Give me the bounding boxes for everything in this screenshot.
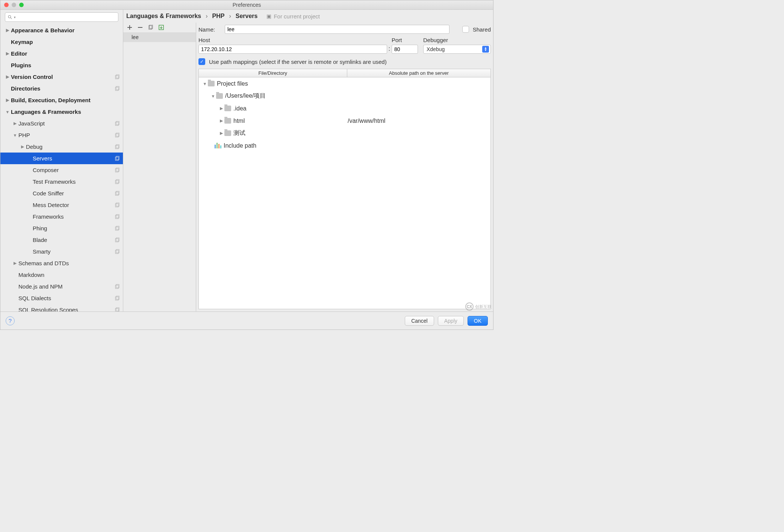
table-row[interactable]: ▼Project files	[199, 77, 490, 90]
tree-item[interactable]: ▼Languages & Frameworks	[0, 106, 123, 118]
shared-checkbox[interactable]	[462, 26, 469, 33]
expand-arrow-icon: ▶	[12, 261, 18, 266]
port-block: Port	[392, 37, 418, 54]
tree-item[interactable]: Servers	[0, 153, 123, 164]
tree-item[interactable]: ▶JavaScript	[0, 118, 123, 129]
minimize-window-button[interactable]	[12, 3, 16, 7]
tree-item-label: Node.js and NPM	[18, 283, 115, 290]
svg-rect-14	[115, 169, 118, 172]
expand-arrow-icon: ▶	[218, 118, 224, 123]
server-form: Name: Shared Host : Port	[196, 23, 493, 311]
tree-item[interactable]: ▶Debug	[0, 141, 123, 153]
expand-arrow-icon: ▼	[12, 133, 18, 138]
tree-item-label: Smarty	[33, 248, 115, 255]
tree-item-label: Blade	[33, 237, 115, 243]
tree-item[interactable]: Code Sniffer	[0, 187, 123, 199]
svg-rect-7	[116, 121, 119, 125]
svg-rect-10	[115, 145, 118, 149]
expand-arrow-icon: ▶	[4, 51, 11, 56]
th-file-directory[interactable]: File/Directory	[199, 69, 347, 77]
tree-item-label: Version Control	[11, 74, 115, 80]
tree-item[interactable]: SQL Resolution Scopes	[0, 304, 123, 311]
cancel-button[interactable]: Cancel	[405, 316, 434, 326]
tree-item[interactable]: ▶Editor	[0, 48, 123, 59]
svg-rect-6	[115, 122, 118, 125]
zoom-window-button[interactable]	[19, 3, 24, 7]
expand-arrow-icon: ▶	[12, 121, 18, 126]
crumb-level-2[interactable]: PHP	[212, 13, 225, 20]
copy-server-button[interactable]	[147, 24, 154, 31]
remove-server-button[interactable]	[137, 24, 144, 31]
settings-tree[interactable]: ▶Appearance & BehaviorKeymap▶EditorPlugi…	[0, 24, 123, 311]
absolute-path-cell[interactable]: /var/www/html	[346, 118, 490, 124]
debugger-select[interactable]: Xdebug ▲▼	[423, 45, 491, 54]
add-server-button[interactable]	[126, 24, 133, 31]
tree-item[interactable]: Phing	[0, 222, 123, 234]
shared-label: Shared	[473, 26, 491, 33]
th-absolute-path[interactable]: Absolute path on the server	[347, 69, 491, 77]
tree-item-label: Directories	[11, 85, 115, 92]
crumb-separator: ›	[203, 13, 210, 20]
svg-rect-19	[116, 191, 119, 195]
tree-item[interactable]: ▶Appearance & Behavior	[0, 24, 123, 36]
import-server-button[interactable]	[158, 24, 165, 31]
ok-button[interactable]: OK	[468, 316, 488, 326]
watermark-text: 创新互联	[475, 304, 492, 310]
crumb-separator: ›	[227, 13, 233, 20]
tree-item[interactable]: Composer	[0, 164, 123, 176]
search-icon	[8, 15, 12, 20]
tree-item[interactable]: Blade	[0, 234, 123, 246]
tree-item[interactable]: ▶Build, Execution, Deployment	[0, 94, 123, 106]
name-input[interactable]	[225, 25, 450, 34]
folder-icon	[216, 93, 223, 99]
apply-button[interactable]: Apply	[438, 316, 464, 326]
tree-item[interactable]: ▶Version Control	[0, 71, 123, 83]
svg-rect-27	[116, 238, 119, 241]
expand-arrow-icon: ▼	[210, 94, 216, 98]
svg-rect-21	[116, 203, 119, 206]
body: ▾ ▶Appearance & BehaviorKeymap▶EditorPlu…	[0, 10, 493, 311]
select-caret-icon: ▲▼	[482, 46, 489, 53]
table-row[interactable]: ▼/Users/lee/项目	[199, 90, 490, 102]
tree-item[interactable]: Markdown	[0, 269, 123, 281]
tree-item[interactable]: Smarty	[0, 246, 123, 257]
svg-rect-24	[115, 227, 118, 230]
tree-item-label: Servers	[33, 155, 115, 162]
table-row[interactable]: Include path	[199, 139, 490, 152]
svg-rect-9	[116, 133, 119, 136]
tree-item[interactable]: Node.js and NPM	[0, 281, 123, 292]
tree-item[interactable]: ▼PHP	[0, 129, 123, 141]
svg-rect-28	[115, 250, 118, 254]
search-caret-icon: ▾	[14, 15, 16, 19]
help-button[interactable]: ?	[6, 316, 15, 325]
tree-item-label: PHP	[18, 132, 115, 138]
svg-rect-3	[116, 75, 119, 78]
svg-rect-4	[115, 87, 118, 91]
tree-item[interactable]: Frameworks	[0, 211, 123, 222]
search-input[interactable]: ▾	[5, 12, 118, 22]
tree-item[interactable]: SQL Dialects	[0, 292, 123, 304]
tree-item-label: JavaScript	[18, 120, 115, 127]
server-list-item[interactable]: lee	[123, 32, 196, 42]
table-row[interactable]: ▶html/var/www/html	[199, 115, 490, 127]
tree-item-label: Phing	[33, 225, 115, 231]
tree-item[interactable]: Keymap	[0, 36, 123, 48]
file-label: Project files	[217, 80, 248, 87]
connection-row: Host : Port Debugger Xdebug	[198, 37, 491, 54]
tree-item-label: Markdown	[18, 272, 120, 278]
use-path-mappings-checkbox[interactable]: ✓	[198, 58, 205, 65]
tree-item[interactable]: Directories	[0, 83, 123, 94]
table-row[interactable]: ▶.idea	[199, 102, 490, 115]
tree-item[interactable]: Plugins	[0, 59, 123, 71]
host-input[interactable]	[198, 45, 387, 54]
table-body[interactable]: ▼Project files▼/Users/lee/项目▶.idea▶html/…	[199, 77, 490, 309]
table-row[interactable]: ▶测试	[199, 127, 490, 139]
crumb-level-1[interactable]: Languages & Frameworks	[126, 13, 201, 20]
tree-item[interactable]: ▶Schemas and DTDs	[0, 257, 123, 269]
port-input[interactable]	[392, 45, 418, 54]
close-window-button[interactable]	[4, 3, 9, 7]
svg-rect-20	[115, 204, 118, 207]
tree-item[interactable]: Mess Detector	[0, 199, 123, 211]
host-block: Host	[198, 37, 387, 54]
tree-item[interactable]: Test Frameworks	[0, 176, 123, 187]
